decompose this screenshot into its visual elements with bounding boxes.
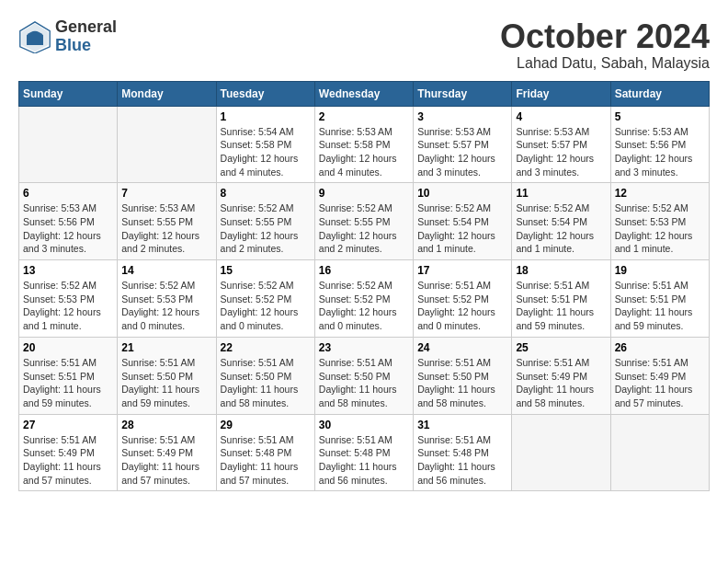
day-info: Sunrise: 5:52 AM Sunset: 5:53 PM Dayligh… [23,279,113,333]
day-info: Sunrise: 5:51 AM Sunset: 5:50 PM Dayligh… [417,356,507,410]
day-info: Sunrise: 5:51 AM Sunset: 5:51 PM Dayligh… [516,279,606,333]
day-number: 20 [23,341,113,354]
day-number: 9 [319,187,409,200]
calendar-subtitle: Lahad Datu, Sabah, Malaysia [500,55,710,72]
calendar-cell: 8Sunrise: 5:52 AM Sunset: 5:55 PM Daylig… [216,183,314,260]
calendar-cell: 10Sunrise: 5:52 AM Sunset: 5:54 PM Dayli… [414,183,512,260]
day-number: 7 [121,187,211,200]
day-info: Sunrise: 5:52 AM Sunset: 5:53 PM Dayligh… [615,201,705,256]
day-info: Sunrise: 5:52 AM Sunset: 5:55 PM Dayligh… [221,201,311,256]
week-row-3: 13Sunrise: 5:52 AM Sunset: 5:53 PM Dayli… [19,260,710,338]
calendar-cell: 19Sunrise: 5:51 AM Sunset: 5:51 PM Dayli… [610,260,709,338]
day-info: Sunrise: 5:52 AM Sunset: 5:54 PM Dayligh… [516,201,606,256]
day-info: Sunrise: 5:53 AM Sunset: 5:56 PM Dayligh… [23,201,113,256]
calendar-cell: 12Sunrise: 5:52 AM Sunset: 5:53 PM Dayli… [610,183,709,260]
day-info: Sunrise: 5:51 AM Sunset: 5:50 PM Dayligh… [221,356,311,410]
calendar-cell [512,414,610,491]
calendar-cell: 16Sunrise: 5:52 AM Sunset: 5:52 PM Dayli… [314,260,413,338]
day-info: Sunrise: 5:51 AM Sunset: 5:48 PM Dayligh… [221,433,311,488]
week-row-2: 6Sunrise: 5:53 AM Sunset: 5:56 PM Daylig… [19,183,710,260]
day-number: 6 [23,187,113,200]
calendar-cell: 26Sunrise: 5:51 AM Sunset: 5:49 PM Dayli… [610,337,709,414]
day-info: Sunrise: 5:53 AM Sunset: 5:57 PM Dayligh… [417,125,507,179]
day-number: 29 [221,419,311,431]
day-info: Sunrise: 5:53 AM Sunset: 5:55 PM Dayligh… [121,201,211,256]
day-info: Sunrise: 5:54 AM Sunset: 5:58 PM Dayligh… [221,125,311,179]
weekday-header-row: SundayMondayTuesdayWednesdayThursdayFrid… [19,81,710,106]
calendar-cell [610,414,709,491]
day-number: 14 [121,264,211,277]
calendar-table: SundayMondayTuesdayWednesdayThursdayFrid… [18,81,710,492]
day-number: 23 [319,341,409,354]
day-info: Sunrise: 5:51 AM Sunset: 5:51 PM Dayligh… [23,356,113,410]
day-number: 11 [516,187,606,200]
calendar-cell: 9Sunrise: 5:52 AM Sunset: 5:55 PM Daylig… [314,183,413,260]
calendar-cell: 3Sunrise: 5:53 AM Sunset: 5:57 PM Daylig… [414,106,512,183]
day-number: 10 [417,187,507,200]
calendar-cell: 11Sunrise: 5:52 AM Sunset: 5:54 PM Dayli… [512,183,610,260]
calendar-cell: 1Sunrise: 5:54 AM Sunset: 5:58 PM Daylig… [216,106,314,183]
day-number: 24 [417,341,507,354]
day-number: 19 [615,264,705,277]
day-number: 18 [516,264,606,277]
calendar-cell: 18Sunrise: 5:51 AM Sunset: 5:51 PM Dayli… [512,260,610,338]
day-number: 8 [221,187,311,200]
weekday-header-tuesday: Tuesday [216,81,314,106]
weekday-header-sunday: Sunday [19,81,118,106]
day-number: 27 [23,419,113,431]
calendar-cell: 5Sunrise: 5:53 AM Sunset: 5:56 PM Daylig… [610,106,709,183]
day-info: Sunrise: 5:52 AM Sunset: 5:55 PM Dayligh… [319,201,409,256]
day-number: 22 [221,341,311,354]
day-info: Sunrise: 5:51 AM Sunset: 5:51 PM Dayligh… [615,279,705,333]
week-row-1: 1Sunrise: 5:54 AM Sunset: 5:58 PM Daylig… [19,106,710,183]
day-number: 28 [121,419,211,431]
day-info: Sunrise: 5:51 AM Sunset: 5:49 PM Dayligh… [615,356,705,410]
page-header: General Blue October 2024 Lahad Datu, Sa… [18,18,710,72]
day-info: Sunrise: 5:51 AM Sunset: 5:49 PM Dayligh… [121,433,211,488]
weekday-header-saturday: Saturday [610,81,709,106]
calendar-body: 1Sunrise: 5:54 AM Sunset: 5:58 PM Daylig… [19,106,710,491]
day-number: 26 [615,341,705,354]
title-block: October 2024 Lahad Datu, Sabah, Malaysia [500,18,710,72]
calendar-cell: 23Sunrise: 5:51 AM Sunset: 5:50 PM Dayli… [314,337,413,414]
day-number: 17 [417,264,507,277]
week-row-5: 27Sunrise: 5:51 AM Sunset: 5:49 PM Dayli… [19,414,710,491]
day-number: 2 [319,110,409,123]
day-info: Sunrise: 5:51 AM Sunset: 5:50 PM Dayligh… [319,356,409,410]
weekday-header-friday: Friday [512,81,610,106]
day-number: 13 [23,264,113,277]
logo-icon [18,20,51,53]
day-number: 1 [221,110,311,123]
calendar-cell [19,106,118,183]
calendar-cell: 7Sunrise: 5:53 AM Sunset: 5:55 PM Daylig… [118,183,216,260]
calendar-cell: 20Sunrise: 5:51 AM Sunset: 5:51 PM Dayli… [19,337,118,414]
day-info: Sunrise: 5:52 AM Sunset: 5:53 PM Dayligh… [121,279,211,333]
day-number: 30 [319,419,409,431]
day-info: Sunrise: 5:53 AM Sunset: 5:56 PM Dayligh… [615,125,705,179]
day-info: Sunrise: 5:51 AM Sunset: 5:48 PM Dayligh… [417,433,507,488]
calendar-cell [118,106,216,183]
calendar-cell: 21Sunrise: 5:51 AM Sunset: 5:50 PM Dayli… [118,337,216,414]
day-info: Sunrise: 5:51 AM Sunset: 5:49 PM Dayligh… [516,356,606,410]
day-info: Sunrise: 5:52 AM Sunset: 5:52 PM Dayligh… [319,279,409,333]
day-number: 4 [516,110,606,123]
logo: General Blue [18,18,117,55]
day-number: 25 [516,341,606,354]
day-info: Sunrise: 5:53 AM Sunset: 5:58 PM Dayligh… [319,125,409,179]
calendar-cell: 14Sunrise: 5:52 AM Sunset: 5:53 PM Dayli… [118,260,216,338]
calendar-cell: 17Sunrise: 5:51 AM Sunset: 5:52 PM Dayli… [414,260,512,338]
calendar-cell: 27Sunrise: 5:51 AM Sunset: 5:49 PM Dayli… [19,414,118,491]
day-number: 31 [417,419,507,431]
weekday-header-thursday: Thursday [414,81,512,106]
logo-general: General [55,18,117,37]
logo-blue: Blue [55,37,117,55]
calendar-cell: 24Sunrise: 5:51 AM Sunset: 5:50 PM Dayli… [414,337,512,414]
weekday-header-wednesday: Wednesday [314,81,413,106]
day-info: Sunrise: 5:52 AM Sunset: 5:52 PM Dayligh… [221,279,311,333]
calendar-cell: 30Sunrise: 5:51 AM Sunset: 5:48 PM Dayli… [314,414,413,491]
calendar-cell: 29Sunrise: 5:51 AM Sunset: 5:48 PM Dayli… [216,414,314,491]
logo-text: General Blue [55,18,117,55]
day-info: Sunrise: 5:52 AM Sunset: 5:54 PM Dayligh… [417,201,507,256]
day-number: 16 [319,264,409,277]
calendar-cell: 22Sunrise: 5:51 AM Sunset: 5:50 PM Dayli… [216,337,314,414]
